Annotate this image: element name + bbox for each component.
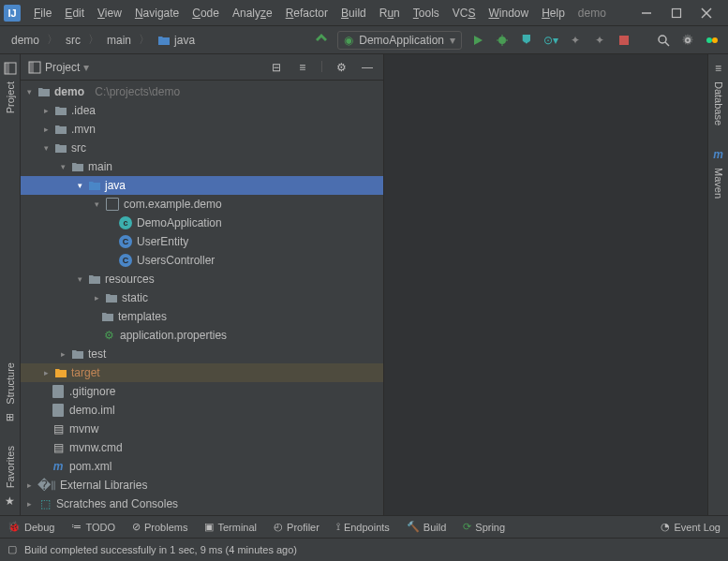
run-button[interactable] bbox=[469, 32, 486, 49]
svg-point-4 bbox=[498, 37, 506, 44]
tab-build[interactable]: 🔨Build bbox=[407, 521, 446, 533]
menu-vcs[interactable]: VCS bbox=[447, 4, 482, 22]
select-opened-icon[interactable]: ⊟ bbox=[268, 59, 285, 76]
menu-window[interactable]: Window bbox=[483, 4, 534, 22]
tree-node[interactable]: ⚙application.properties bbox=[21, 326, 383, 345]
expand-all-icon[interactable]: ≡ bbox=[294, 59, 311, 76]
debug-button[interactable] bbox=[494, 32, 511, 49]
tree-node[interactable]: cDemoApplication bbox=[21, 214, 383, 232]
menu-navigate[interactable]: Navigate bbox=[129, 4, 185, 22]
tree-node[interactable]: demo.iml bbox=[21, 401, 383, 420]
tree-node[interactable]: ▤mvnw.cmd bbox=[21, 438, 383, 457]
todo-icon: ≔ bbox=[71, 521, 82, 533]
panel-title[interactable]: Project ▾ bbox=[28, 61, 89, 74]
hide-icon[interactable]: — bbox=[359, 59, 376, 76]
properties-icon: ⚙ bbox=[101, 328, 116, 343]
chevron-right-icon: 〉 bbox=[139, 32, 150, 48]
chevron-right-icon: 〉 bbox=[47, 32, 58, 48]
tab-endpoints[interactable]: ⟟Endpoints bbox=[336, 521, 390, 533]
breadcrumb-item[interactable]: src bbox=[62, 32, 84, 49]
tab-project[interactable]: Project bbox=[3, 78, 18, 117]
menu-tools[interactable]: Tools bbox=[408, 4, 445, 22]
project-tree[interactable]: ▾demo C:\projects\demo ▸.idea ▸.mvn ▾src… bbox=[21, 81, 383, 515]
gear-icon[interactable]: ⚙ bbox=[333, 59, 349, 76]
ide-icon[interactable] bbox=[704, 32, 721, 49]
settings-button[interactable] bbox=[679, 32, 696, 49]
breadcrumb: demo 〉 src 〉 main 〉 java bbox=[7, 32, 199, 49]
structure-tab-icon: ⊞ bbox=[6, 411, 14, 423]
breadcrumb-item[interactable]: main bbox=[103, 32, 135, 49]
hammer-icon: 🔨 bbox=[407, 521, 420, 533]
endpoints-icon: ⟟ bbox=[336, 521, 340, 533]
navigation-toolbar: demo 〉 src 〉 main 〉 java ◉ DemoApplicati… bbox=[0, 26, 728, 54]
tab-database[interactable]: Database bbox=[711, 78, 726, 129]
tab-event-log[interactable]: ◔Event Log bbox=[661, 521, 721, 533]
svg-rect-15 bbox=[5, 63, 9, 74]
maximize-button[interactable] bbox=[670, 7, 683, 20]
tree-node-libraries[interactable]: ▸�⦀External Libraries bbox=[21, 476, 383, 495]
status-icon[interactable]: ▢ bbox=[7, 543, 17, 555]
coverage-button[interactable]: ⛊ bbox=[518, 32, 535, 49]
tab-terminal[interactable]: ▣Terminal bbox=[204, 521, 257, 533]
menu-refactor[interactable]: Refactor bbox=[280, 4, 334, 22]
tree-node[interactable]: templates bbox=[21, 307, 383, 326]
breadcrumb-item[interactable]: java bbox=[154, 32, 199, 49]
tree-node[interactable]: ▾main bbox=[21, 157, 383, 176]
breadcrumb-item[interactable]: demo bbox=[7, 32, 43, 49]
attach-button[interactable]: ✦ bbox=[567, 32, 584, 49]
menu-code[interactable]: Code bbox=[186, 4, 225, 22]
tree-node[interactable]: ▸.mvn bbox=[21, 120, 383, 139]
main-menu: File Edit View Navigate Code Analyze Ref… bbox=[28, 4, 640, 22]
profiler-button[interactable]: ⊙▾ bbox=[542, 32, 559, 49]
project-tool-window: Project ▾ ⊟ ≡ | ⚙ — ▾demo C:\projects\de… bbox=[21, 54, 384, 515]
project-view-icon bbox=[28, 61, 41, 74]
tree-node[interactable]: ▾com.example.demo bbox=[21, 195, 383, 214]
maven-icon: m bbox=[713, 148, 723, 161]
panel-header: Project ▾ ⊟ ≡ | ⚙ — bbox=[21, 54, 383, 81]
file-icon: ▤ bbox=[51, 440, 66, 455]
tab-debug[interactable]: 🐞Debug bbox=[7, 521, 54, 533]
tab-problems[interactable]: ⊘Problems bbox=[132, 521, 187, 533]
tree-node[interactable]: ▸.idea bbox=[21, 101, 383, 120]
class-icon: c bbox=[118, 215, 133, 230]
minimize-button[interactable] bbox=[640, 7, 653, 20]
tree-node[interactable]: CUsersController bbox=[21, 251, 383, 270]
chevron-down-icon: ▾ bbox=[450, 34, 455, 47]
tree-node[interactable]: ▾resources bbox=[21, 270, 383, 288]
tree-node[interactable]: ▸target bbox=[21, 363, 383, 382]
tree-node-selected[interactable]: ▾java bbox=[21, 176, 383, 195]
package-icon bbox=[105, 197, 120, 212]
tab-spring[interactable]: ⟳Spring bbox=[463, 521, 505, 533]
search-button[interactable] bbox=[655, 32, 672, 49]
tab-profiler[interactable]: ◴Profiler bbox=[274, 521, 319, 533]
run-config-selector[interactable]: ◉ DemoApplication ▾ bbox=[337, 31, 462, 50]
tab-maven[interactable]: Maven bbox=[711, 164, 726, 202]
tree-node[interactable]: CUserEntity bbox=[21, 232, 383, 251]
tree-node-scratches[interactable]: ▸⬚Scratches and Consoles bbox=[21, 495, 383, 513]
svg-rect-1 bbox=[673, 8, 681, 17]
terminal-icon: ▣ bbox=[204, 521, 214, 533]
menu-edit[interactable]: Edit bbox=[59, 4, 90, 22]
tree-node[interactable]: ▤mvnw bbox=[21, 420, 383, 438]
tree-node[interactable]: ▸test bbox=[21, 345, 383, 363]
tree-node[interactable]: ▾src bbox=[21, 139, 383, 157]
tab-structure[interactable]: Structure bbox=[3, 359, 18, 408]
profiler-icon: ◴ bbox=[274, 521, 283, 533]
tree-node-root[interactable]: ▾demo C:\projects\demo bbox=[21, 82, 383, 101]
tab-todo[interactable]: ≔TODO bbox=[71, 521, 115, 533]
tree-node[interactable]: mpom.xml bbox=[21, 457, 383, 476]
tree-node[interactable]: ▸static bbox=[21, 288, 383, 307]
menu-file[interactable]: File bbox=[28, 4, 57, 22]
build-icon[interactable] bbox=[313, 32, 330, 49]
stop-button[interactable] bbox=[616, 32, 632, 49]
menu-run[interactable]: Run bbox=[374, 4, 406, 22]
menu-analyze[interactable]: Analyze bbox=[227, 4, 278, 22]
menu-help[interactable]: Help bbox=[536, 4, 571, 22]
tree-node[interactable]: .gitignore bbox=[21, 382, 383, 401]
status-bar: ▢ Build completed successfully in 1 sec,… bbox=[0, 538, 728, 560]
menu-build[interactable]: Build bbox=[335, 4, 372, 22]
run-anything-button[interactable]: ✦ bbox=[591, 32, 608, 49]
menu-view[interactable]: View bbox=[92, 4, 127, 22]
tab-favorites[interactable]: Favorites bbox=[3, 442, 18, 492]
close-button[interactable] bbox=[700, 7, 713, 20]
